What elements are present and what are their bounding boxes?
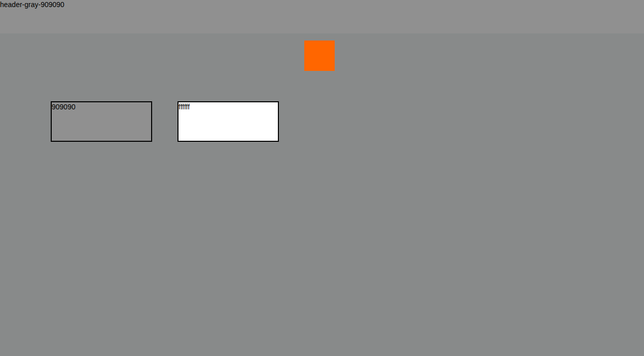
page: header-gray-909090 909090 ffffff xyxy=(0,0,644,356)
marker xyxy=(304,41,335,71)
whitebox: ffffff xyxy=(177,101,279,142)
graybox: 909090 xyxy=(51,101,152,142)
y: 909090 xyxy=(52,103,76,111)
header: header-gray-909090 xyxy=(0,0,644,33)
z: ffffff xyxy=(178,103,190,111)
x: header-gray-909090 xyxy=(0,1,64,9)
